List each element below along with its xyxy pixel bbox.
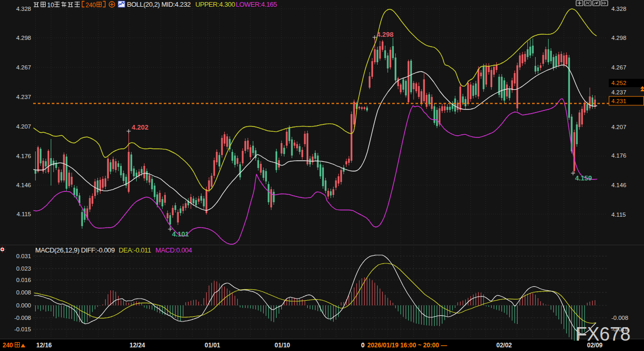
svg-text:DEA:-0.011: DEA:-0.011 (119, 246, 151, 254)
svg-text:4.159: 4.159 (575, 174, 592, 182)
svg-text:4.115: 4.115 (17, 211, 31, 217)
svg-text:4.328: 4.328 (16, 6, 31, 12)
svg-text:4.202: 4.202 (132, 123, 149, 131)
svg-text:-0.015: -0.015 (14, 326, 31, 332)
svg-text:4.207: 4.207 (16, 123, 31, 130)
svg-text:4.176: 4.176 (16, 153, 31, 159)
svg-text:02/02: 02/02 (496, 342, 512, 349)
svg-text:12/16: 12/16 (36, 342, 52, 349)
svg-text:02/09: 02/09 (587, 342, 603, 349)
svg-text:12/24: 12/24 (130, 342, 145, 349)
svg-text:4.101: 4.101 (172, 230, 189, 238)
svg-text:4.207: 4.207 (611, 124, 626, 130)
svg-text:MACD(26,12,9) DIFF:-0.009: MACD(26,12,9) DIFF:-0.009 (35, 246, 115, 254)
svg-text:01/10: 01/10 (275, 342, 290, 349)
svg-text:4.298: 4.298 (16, 35, 31, 41)
svg-text:4.146: 4.146 (611, 182, 626, 188)
svg-text:4.252: 4.252 (611, 80, 626, 86)
svg-text:01/01: 01/01 (205, 342, 220, 349)
svg-text:240: 240 (85, 2, 96, 9)
svg-text:4.115: 4.115 (611, 212, 626, 218)
svg-text:-0.008: -0.008 (611, 315, 628, 321)
svg-text:0.000: 0.000 (16, 302, 31, 308)
svg-text:2026/01/19 16:00 ~ 20:00 —: 2026/01/19 16:00 ~ 20:00 — (367, 342, 447, 349)
svg-text:4.298: 4.298 (377, 31, 394, 38)
svg-text:0: 0 (361, 342, 365, 349)
svg-text:4.146: 4.146 (16, 182, 31, 188)
svg-text:4.298: 4.298 (611, 35, 626, 41)
svg-text:-0.008: -0.008 (14, 315, 31, 321)
svg-text:UPPER:4.300: UPPER:4.300 (195, 1, 235, 8)
svg-text:FX678: FX678 (576, 324, 631, 345)
svg-text:4.328: 4.328 (611, 6, 626, 12)
svg-text:MACD:0.004: MACD:0.004 (155, 246, 192, 254)
svg-text:4.237: 4.237 (611, 89, 626, 95)
svg-text:240: 240 (3, 342, 13, 349)
svg-text:4.231: 4.231 (611, 98, 626, 104)
svg-text:0.023: 0.023 (16, 265, 31, 272)
svg-text:4.176: 4.176 (611, 152, 626, 159)
svg-text:LOWER:4.165: LOWER:4.165 (236, 1, 277, 8)
svg-text:4.267: 4.267 (16, 64, 31, 71)
svg-text:10: 10 (47, 2, 54, 9)
svg-text:4.237: 4.237 (16, 94, 31, 100)
svg-text:0.016: 0.016 (16, 277, 31, 283)
svg-text:0.031: 0.031 (16, 253, 31, 259)
svg-text:0.008: 0.008 (16, 289, 31, 296)
svg-text:BOLL(20,2) MID:4.232: BOLL(20,2) MID:4.232 (127, 1, 191, 8)
svg-text:4.267: 4.267 (611, 64, 626, 71)
